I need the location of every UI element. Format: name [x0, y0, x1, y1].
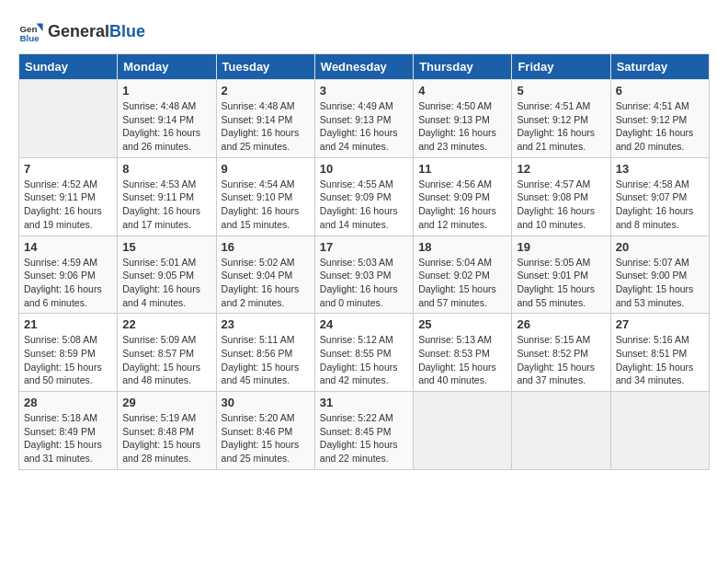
calendar-cell: 26Sunrise: 5:15 AMSunset: 8:52 PMDayligh… [512, 314, 610, 392]
day-info: Sunrise: 4:48 AMSunset: 9:14 PMDaylight:… [222, 99, 310, 154]
calendar-cell [512, 392, 610, 470]
calendar-cell: 8Sunrise: 4:53 AMSunset: 9:11 PMDaylight… [118, 157, 216, 236]
day-number: 24 [320, 317, 408, 331]
day-info: Sunrise: 4:51 AMSunset: 9:12 PMDaylight:… [616, 99, 704, 154]
day-info: Sunrise: 5:12 AMSunset: 8:55 PMDaylight:… [320, 333, 408, 387]
week-row-4: 21Sunrise: 5:08 AMSunset: 8:59 PMDayligh… [19, 314, 710, 392]
svg-marker-2 [37, 24, 43, 31]
day-info: Sunrise: 4:53 AMSunset: 9:11 PMDaylight:… [122, 178, 210, 232]
day-info: Sunrise: 4:49 AMSunset: 9:13 PMDaylight:… [320, 99, 408, 154]
day-info: Sunrise: 5:02 AMSunset: 9:04 PMDaylight:… [222, 256, 310, 310]
calendar-cell: 6Sunrise: 4:51 AMSunset: 9:12 PMDaylight… [610, 80, 709, 158]
day-number: 1 [122, 84, 210, 98]
calendar-cell: 18Sunrise: 5:04 AMSunset: 9:02 PMDayligh… [414, 236, 512, 314]
day-number: 25 [418, 317, 506, 331]
calendar-cell: 12Sunrise: 4:57 AMSunset: 9:08 PMDayligh… [512, 157, 610, 236]
calendar-cell: 19Sunrise: 5:05 AMSunset: 9:01 PMDayligh… [512, 236, 610, 314]
calendar-cell [414, 392, 512, 470]
day-info: Sunrise: 4:48 AMSunset: 9:14 PMDaylight:… [122, 99, 210, 154]
day-number: 12 [517, 162, 605, 176]
calendar-cell [610, 392, 709, 470]
day-number: 16 [222, 240, 310, 254]
day-number: 30 [222, 396, 310, 409]
day-number: 17 [320, 240, 408, 254]
day-number: 28 [24, 396, 112, 409]
day-number: 27 [616, 317, 704, 331]
day-number: 19 [517, 240, 605, 254]
calendar-cell: 24Sunrise: 5:12 AMSunset: 8:55 PMDayligh… [314, 314, 413, 392]
calendar-cell: 16Sunrise: 5:02 AMSunset: 9:04 PMDayligh… [216, 236, 314, 314]
day-info: Sunrise: 5:09 AMSunset: 8:57 PMDaylight:… [122, 333, 210, 387]
logo-general-text: General [48, 22, 109, 40]
day-info: Sunrise: 4:54 AMSunset: 9:10 PMDaylight:… [222, 178, 310, 232]
header-row: SundayMondayTuesdayWednesdayThursdayFrid… [19, 54, 710, 80]
column-header-monday: Monday [118, 54, 216, 80]
day-info: Sunrise: 5:05 AMSunset: 9:01 PMDaylight:… [517, 256, 605, 310]
day-number: 31 [320, 396, 408, 409]
day-number: 2 [222, 84, 310, 98]
week-row-3: 14Sunrise: 4:59 AMSunset: 9:06 PMDayligh… [19, 236, 710, 314]
calendar-cell: 1Sunrise: 4:48 AMSunset: 9:14 PMDaylight… [118, 80, 216, 158]
calendar-table: SundayMondayTuesdayWednesdayThursdayFrid… [18, 53, 710, 470]
day-number: 10 [320, 162, 408, 176]
calendar-cell: 20Sunrise: 5:07 AMSunset: 9:00 PMDayligh… [610, 236, 709, 314]
calendar-cell: 31Sunrise: 5:22 AMSunset: 8:45 PMDayligh… [314, 392, 413, 470]
day-number: 15 [122, 240, 210, 254]
day-info: Sunrise: 5:22 AMSunset: 8:45 PMDaylight:… [320, 411, 408, 465]
day-info: Sunrise: 4:59 AMSunset: 9:06 PMDaylight:… [24, 256, 112, 310]
day-number: 9 [222, 162, 310, 176]
logo-blue-text: Blue [109, 22, 145, 40]
day-number: 3 [320, 84, 408, 98]
calendar-cell: 11Sunrise: 4:56 AMSunset: 9:09 PMDayligh… [414, 157, 512, 236]
column-header-saturday: Saturday [610, 54, 709, 80]
day-number: 6 [616, 84, 704, 98]
day-number: 13 [616, 162, 704, 176]
svg-text:Blue: Blue [19, 33, 40, 43]
column-header-wednesday: Wednesday [314, 54, 413, 80]
calendar-cell: 29Sunrise: 5:19 AMSunset: 8:48 PMDayligh… [118, 392, 216, 470]
calendar-cell: 30Sunrise: 5:20 AMSunset: 8:46 PMDayligh… [216, 392, 314, 470]
column-header-friday: Friday [512, 54, 610, 80]
day-info: Sunrise: 5:11 AMSunset: 8:56 PMDaylight:… [222, 333, 310, 387]
page-header: Gen Blue GeneralBlue [18, 18, 710, 44]
day-number: 18 [418, 240, 506, 254]
week-row-1: 1Sunrise: 4:48 AMSunset: 9:14 PMDaylight… [19, 80, 710, 158]
day-info: Sunrise: 5:03 AMSunset: 9:03 PMDaylight:… [320, 256, 408, 310]
column-header-tuesday: Tuesday [216, 54, 314, 80]
day-number: 23 [222, 317, 310, 331]
calendar-cell: 22Sunrise: 5:09 AMSunset: 8:57 PMDayligh… [118, 314, 216, 392]
day-number: 22 [122, 317, 210, 331]
day-number: 21 [24, 317, 112, 331]
day-info: Sunrise: 5:13 AMSunset: 8:53 PMDaylight:… [418, 333, 506, 387]
day-number: 26 [517, 317, 605, 331]
calendar-cell: 9Sunrise: 4:54 AMSunset: 9:10 PMDaylight… [216, 157, 314, 236]
day-info: Sunrise: 4:51 AMSunset: 9:12 PMDaylight:… [517, 99, 605, 154]
day-info: Sunrise: 4:58 AMSunset: 9:07 PMDaylight:… [616, 178, 704, 232]
logo: Gen Blue GeneralBlue [18, 18, 145, 44]
day-info: Sunrise: 5:01 AMSunset: 9:05 PMDaylight:… [122, 256, 210, 310]
calendar-cell: 27Sunrise: 5:16 AMSunset: 8:51 PMDayligh… [610, 314, 709, 392]
calendar-cell: 21Sunrise: 5:08 AMSunset: 8:59 PMDayligh… [19, 314, 118, 392]
day-number: 20 [616, 240, 704, 254]
calendar-header: SundayMondayTuesdayWednesdayThursdayFrid… [19, 54, 710, 80]
day-info: Sunrise: 4:56 AMSunset: 9:09 PMDaylight:… [418, 178, 506, 232]
column-header-thursday: Thursday [414, 54, 512, 80]
day-number: 7 [24, 162, 112, 176]
calendar-cell: 28Sunrise: 5:18 AMSunset: 8:49 PMDayligh… [19, 392, 118, 470]
day-info: Sunrise: 5:19 AMSunset: 8:48 PMDaylight:… [122, 411, 210, 465]
calendar-cell: 15Sunrise: 5:01 AMSunset: 9:05 PMDayligh… [118, 236, 216, 314]
day-info: Sunrise: 4:52 AMSunset: 9:11 PMDaylight:… [24, 178, 112, 232]
day-info: Sunrise: 5:20 AMSunset: 8:46 PMDaylight:… [222, 411, 310, 465]
day-number: 11 [418, 162, 506, 176]
day-number: 29 [122, 396, 210, 409]
day-info: Sunrise: 5:15 AMSunset: 8:52 PMDaylight:… [517, 333, 605, 387]
calendar-cell: 13Sunrise: 4:58 AMSunset: 9:07 PMDayligh… [610, 157, 709, 236]
day-info: Sunrise: 5:04 AMSunset: 9:02 PMDaylight:… [418, 256, 506, 310]
calendar-cell: 14Sunrise: 4:59 AMSunset: 9:06 PMDayligh… [19, 236, 118, 314]
day-info: Sunrise: 5:08 AMSunset: 8:59 PMDaylight:… [24, 333, 112, 387]
calendar-cell [19, 80, 118, 158]
column-header-sunday: Sunday [19, 54, 118, 80]
week-row-2: 7Sunrise: 4:52 AMSunset: 9:11 PMDaylight… [19, 157, 710, 236]
day-number: 5 [517, 84, 605, 98]
calendar-cell: 10Sunrise: 4:55 AMSunset: 9:09 PMDayligh… [314, 157, 413, 236]
